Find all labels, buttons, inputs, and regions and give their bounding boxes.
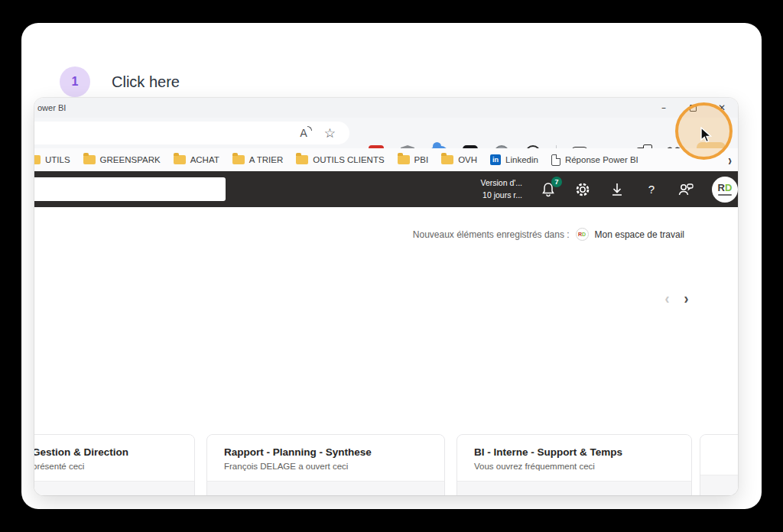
bookmarks-overflow-chevron[interactable]: › — [728, 151, 732, 168]
card-title: Gestion & Direction — [34, 446, 179, 458]
gear-icon — [575, 182, 590, 197]
person-feedback-icon — [677, 182, 694, 197]
trial-version-text[interactable]: Version d'... 10 jours r... — [480, 177, 522, 200]
bookmark-folder-utils[interactable]: UTILS — [34, 155, 70, 164]
tutorial-card: 1 Click here ower BI – ✕ A ☆ UD US — [21, 23, 762, 509]
version-line-2: 10 jours r... — [480, 190, 522, 201]
workspace-avatar: RD — [576, 228, 589, 241]
bookmark-folder-achat[interactable]: ACHAT — [174, 155, 219, 164]
folder-icon — [83, 155, 96, 164]
folder-icon — [398, 155, 410, 164]
linkedin-icon: in — [490, 154, 501, 165]
bookmark-reponse-power-bi[interactable]: Réponse Power BI — [551, 154, 638, 166]
read-aloud-arc — [307, 126, 312, 131]
step-header: 1 Click here — [60, 66, 180, 97]
bookmarks-row: UTILS GREENSPARK ACHAT A TRIER OUTILS CL… — [34, 148, 638, 171]
bookmark-folder-ovh[interactable]: OVH — [441, 155, 477, 164]
bookmark-folder-pbi[interactable]: PBI — [398, 155, 429, 164]
favorite-star-icon[interactable]: ☆ — [324, 125, 336, 141]
pbi-header-actions: Version d'... 10 jours r... 7 ? — [480, 171, 738, 207]
folder-icon — [174, 155, 186, 164]
card-rapport-planning[interactable]: Rapport - Planning - Synthese François D… — [206, 434, 445, 495]
page-icon — [551, 154, 560, 166]
step-number-badge: 1 — [60, 66, 90, 97]
card-header: Rapport - Planning - Synthese François D… — [207, 435, 444, 482]
account-avatar[interactable]: RD — [712, 177, 738, 203]
bookmark-linkedin[interactable]: inLinkedin — [490, 154, 538, 165]
carousel-nav: ‹ › — [664, 290, 689, 306]
browser-screenshot: ower BI – ✕ A ☆ UD US ☆ — [34, 98, 738, 495]
bookmarks-bar: UTILS GREENSPARK ACHAT A TRIER OUTILS CL… — [34, 148, 738, 171]
minimize-button[interactable]: – — [649, 98, 678, 118]
bookmark-folder-greenspark[interactable]: GREENSPARK — [83, 155, 161, 164]
notifications-button[interactable]: 7 — [540, 181, 557, 198]
step-label: Click here — [112, 73, 180, 91]
help-button[interactable]: ? — [643, 181, 660, 198]
saved-items-row: Nouveaux éléments enregistrés dans : RD … — [413, 228, 684, 241]
card-title: Rapport - Planning - Synthese — [224, 446, 429, 458]
workspace-name[interactable]: Mon espace de travail — [595, 229, 684, 240]
card-subtitle: Vous ouvrez fréquemment ceci — [474, 462, 676, 471]
mouse-cursor — [699, 127, 714, 147]
folder-icon — [296, 155, 308, 164]
saved-items-text: Nouveaux éléments enregistrés dans : — [413, 229, 570, 240]
card-subtitle: François DELAGE a ouvert ceci — [224, 462, 429, 471]
download-button[interactable] — [609, 181, 625, 198]
card-header: Gestion & Direction présenté ceci — [34, 435, 194, 482]
bookmark-folder-outils-clients[interactable]: OUTILS CLIENTS — [296, 155, 384, 164]
folder-icon — [441, 155, 453, 164]
browser-tab-bar: ower BI – ✕ — [34, 98, 738, 118]
card-header — [700, 435, 738, 475]
settings-button[interactable] — [574, 181, 591, 198]
folder-icon — [232, 155, 245, 164]
powerbi-header: Version d'... 10 jours r... 7 ? — [34, 171, 738, 207]
address-bar[interactable]: A ☆ — [34, 122, 349, 144]
avatar-subtext-line — [718, 194, 732, 196]
pbi-search-input[interactable] — [34, 177, 226, 201]
download-icon — [610, 182, 624, 197]
card-title: BI - Interne - Support & Temps — [474, 446, 676, 458]
card-bi-interne-support[interactable]: BI - Interne - Support & Temps Vous ouvr… — [456, 434, 692, 495]
folder-icon — [34, 155, 41, 164]
notification-count-badge: 7 — [551, 177, 562, 187]
carousel-next-icon[interactable]: › — [684, 290, 689, 306]
card-header: BI - Interne - Support & Temps Vous ouvr… — [457, 435, 691, 482]
version-line-1: Version d'... — [480, 177, 522, 189]
feedback-button[interactable] — [677, 181, 694, 198]
browser-toolbar: A ☆ UD US ☆ ✓ ··· — [34, 118, 738, 148]
card-subtitle: présenté ceci — [34, 462, 179, 471]
tab-title[interactable]: ower BI — [37, 103, 66, 112]
card-partial[interactable] — [700, 434, 738, 495]
bookmark-folder-a-trier[interactable]: A TRIER — [232, 155, 284, 164]
card-gestion-direction[interactable]: Gestion & Direction présenté ceci — [34, 434, 195, 495]
carousel-prev-icon[interactable]: ‹ — [665, 290, 670, 306]
read-aloud-icon[interactable]: A — [300, 127, 307, 139]
powerbi-page: Nouveaux éléments enregistrés dans : RD … — [34, 207, 738, 495]
